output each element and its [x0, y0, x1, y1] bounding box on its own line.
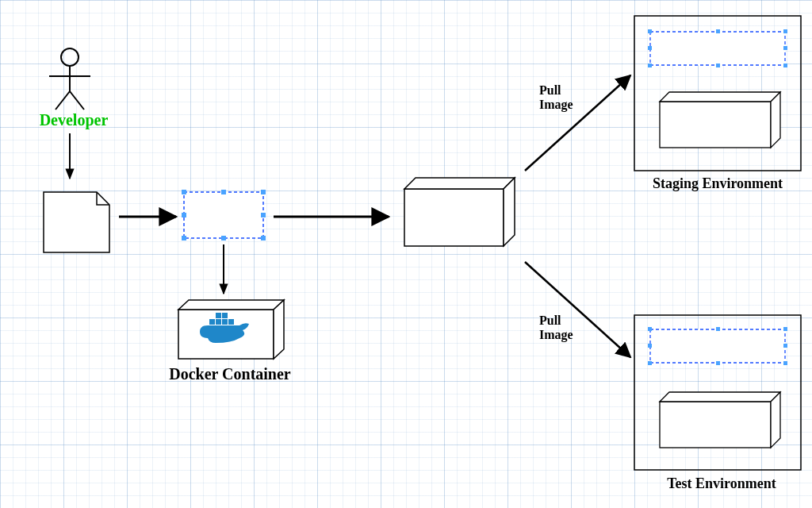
docker-container-caption: Docker Container [151, 365, 309, 383]
svg-rect-35 [783, 327, 787, 331]
test-environment-caption: Test Environment [642, 476, 801, 492]
pull-image-label-bottom: Pull Image [539, 314, 587, 341]
svg-line-3 [56, 91, 70, 110]
svg-rect-25 [783, 29, 787, 33]
svg-rect-14 [178, 310, 274, 359]
svg-rect-28 [648, 64, 652, 67]
developer-label: Developer [30, 111, 117, 129]
svg-rect-9 [182, 213, 186, 217]
svg-rect-29 [716, 64, 720, 67]
pull-image-label-top: Pull Image [539, 83, 587, 111]
arrow-hub-test [525, 262, 630, 357]
svg-rect-30 [783, 64, 787, 67]
svg-rect-33 [648, 327, 652, 331]
test-docker-image-label: Docker Image [658, 341, 777, 357]
svg-rect-27 [783, 46, 787, 50]
svg-rect-37 [783, 344, 787, 348]
svg-rect-18 [228, 319, 234, 325]
svg-point-0 [61, 48, 79, 66]
svg-rect-39 [716, 361, 720, 365]
svg-rect-13 [261, 236, 266, 241]
developer-icon [49, 48, 90, 110]
svg-line-4 [70, 91, 84, 110]
svg-rect-23 [648, 29, 652, 33]
svg-rect-19 [216, 313, 221, 318]
svg-rect-26 [648, 46, 652, 50]
svg-rect-40 [783, 361, 787, 365]
staging-environment-caption: Staging Environment [634, 176, 801, 192]
staging-docker-image-label: Docker Image [658, 44, 777, 60]
svg-rect-34 [716, 327, 720, 331]
svg-rect-15 [209, 319, 215, 325]
svg-rect-24 [716, 29, 720, 33]
staging-docker-container-label: Docker Container [666, 111, 761, 140]
docker-whale-icon [200, 313, 249, 343]
svg-rect-16 [216, 319, 221, 325]
svg-rect-8 [261, 190, 266, 194]
test-docker-container-label: Docker Container [666, 410, 761, 440]
diagram-stage: Developer Docker File Docker Image Docke… [0, 0, 812, 508]
svg-rect-36 [648, 344, 652, 348]
svg-rect-11 [182, 236, 186, 241]
staging-env-box [634, 16, 801, 171]
svg-rect-7 [221, 190, 226, 194]
svg-rect-6 [182, 190, 186, 194]
docker-file-label: Docker File [48, 206, 103, 236]
svg-rect-10 [261, 213, 266, 217]
docker-image-label: Docker Image [189, 200, 257, 229]
test-env-box [634, 315, 801, 470]
svg-rect-38 [648, 361, 652, 365]
docker-hub-label: Docker Hub [419, 198, 490, 233]
svg-rect-17 [222, 319, 228, 325]
svg-rect-20 [222, 313, 228, 318]
svg-rect-12 [221, 236, 226, 241]
docker-container-box [178, 300, 284, 359]
